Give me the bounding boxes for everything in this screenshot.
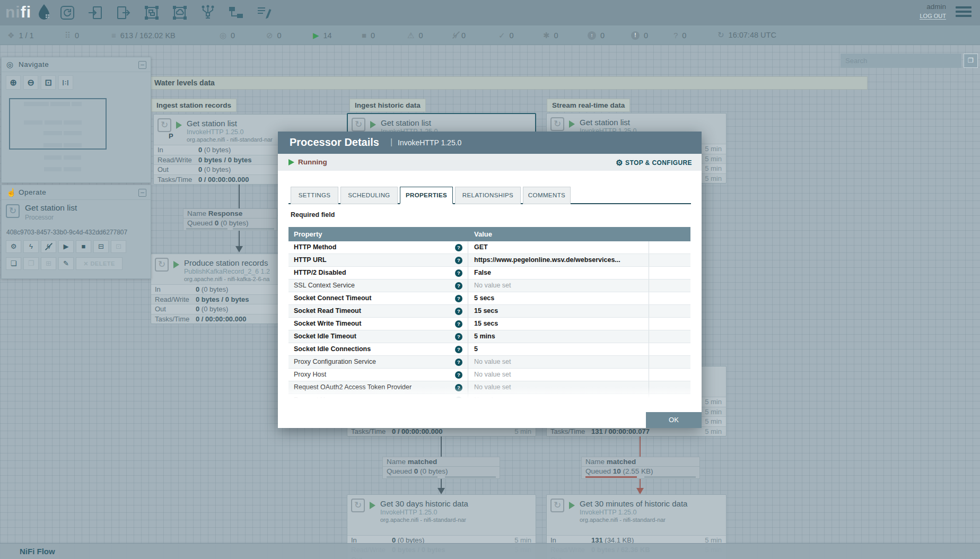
tab-relationships[interactable]: RELATIONSHIPS (455, 187, 521, 204)
configuration-button[interactable]: ⚙ (6, 240, 21, 253)
minimap-block (44, 167, 62, 171)
collapse-navigate-button[interactable]: – (138, 61, 146, 69)
search-settings-icon[interactable]: ❐ (964, 54, 978, 68)
logout-link[interactable]: LOG OUT (920, 13, 946, 20)
property-value-cell[interactable]: GET (468, 241, 649, 254)
minimap-block (43, 143, 62, 147)
property-value-cell[interactable]: https://www.pegelonline.wsv.de/webservic… (468, 254, 649, 266)
label-icon[interactable] (256, 5, 272, 21)
row-action-cell (649, 369, 690, 381)
table-row: HTTP URL?https://www.pegelonline.wsv.de/… (288, 254, 690, 267)
help-icon[interactable]: ? (455, 257, 462, 264)
zoom-out-button[interactable]: ⊖ (23, 75, 38, 90)
help-icon[interactable]: ? (455, 371, 462, 379)
property-value-cell[interactable]: 5 mins (468, 330, 649, 343)
property-value-cell[interactable]: 15 secs (468, 305, 649, 317)
help-icon[interactable]: ? (455, 359, 462, 366)
processor-type-icon: ↻ (155, 258, 169, 272)
stop-button[interactable]: ■ (76, 240, 91, 253)
start-button[interactable]: ▶ (58, 240, 74, 253)
status-count-value: 0 (371, 31, 375, 40)
ok-button[interactable]: OK (646, 412, 702, 428)
tab-settings[interactable]: SETTINGS (291, 187, 338, 204)
tab-scheduling[interactable]: SCHEDULING (340, 187, 398, 204)
table-row: Proxy Configuration Service?No value set (288, 356, 690, 369)
help-icon[interactable]: ? (455, 333, 462, 340)
navigate-panel-title: Navigate (19, 57, 49, 72)
minimap-block (45, 120, 62, 125)
hand-pointer-icon: ☝ (6, 185, 16, 200)
breadcrumb-bar: NiFi Flow (0, 543, 980, 559)
processor-details-dialog: Processor Details | InvokeHTTP 1.25.0 Ru… (278, 132, 702, 428)
output-port-icon[interactable] (116, 5, 132, 21)
disable-button[interactable]: ϟ (41, 240, 56, 253)
unknown-icon: ? (673, 31, 678, 40)
not-transmitting-icon: ⊘ (266, 31, 273, 40)
property-value-cell[interactable]: No value set (468, 369, 649, 381)
paste-button[interactable]: ❐ (23, 257, 39, 270)
backpressure-bars (183, 228, 277, 230)
section-label-ingest-station-records[interactable]: Ingest station records (151, 99, 237, 112)
connection-queued: Queued 0 (0 bytes) (183, 219, 277, 228)
collapse-operate-button[interactable]: – (138, 189, 146, 197)
sync-failure-icon: ! (631, 31, 640, 40)
status-count-value: 0 (461, 31, 466, 40)
create-template-button[interactable]: ⊟ (93, 240, 109, 253)
stat-label: In (155, 285, 161, 294)
processor-name: Produce station records (184, 258, 268, 267)
group-button[interactable]: ⊞ (41, 257, 56, 270)
help-icon[interactable]: ? (455, 269, 462, 277)
help-icon[interactable]: ? (455, 295, 462, 302)
group-label[interactable]: Water levels data (151, 76, 868, 90)
property-value-cell[interactable]: False (468, 267, 649, 279)
running-status-icon (569, 502, 575, 509)
breadcrumb[interactable]: NiFi Flow (20, 547, 55, 556)
property-value-cell[interactable]: 15 secs (468, 318, 649, 330)
status-count-value: 1 / 1 (19, 31, 33, 40)
tab-comments[interactable]: COMMENTS (523, 187, 571, 204)
minimap[interactable] (6, 94, 147, 179)
connection-name: Name Response (183, 209, 277, 219)
connection-label[interactable]: Name matchedQueued 10 (2.55 KB) (581, 457, 700, 479)
help-icon[interactable]: ? (455, 282, 462, 290)
connection-label[interactable]: Name ResponseQueued 0 (0 bytes) (183, 208, 277, 231)
help-icon[interactable]: ? (455, 346, 462, 353)
funnel-icon[interactable] (200, 5, 216, 21)
refresh-icon[interactable]: ↻ (718, 30, 724, 39)
upload-template-button[interactable]: ⊡ (111, 240, 126, 253)
delete-button[interactable]: ✕ DELETE (76, 257, 122, 270)
search-input[interactable] (841, 54, 961, 68)
property-value-cell[interactable]: 5 (468, 343, 649, 355)
process-group-icon[interactable] (144, 5, 160, 21)
section-label-ingest-historic-data[interactable]: Ingest historic data (349, 99, 426, 112)
tab-properties[interactable]: PROPERTIES (400, 187, 453, 204)
section-label-stream-real-time-data[interactable]: Stream real-time data (547, 99, 630, 112)
stop-and-configure-button[interactable]: ⚙STOP & CONFIGURE (616, 158, 692, 168)
property-value-cell[interactable]: No value set (468, 356, 649, 368)
processor-header: ↻Get 30 minutes of historic dataInvokeHT… (547, 495, 726, 526)
enable-button[interactable]: ϟ (23, 240, 39, 253)
zoom-in-button[interactable]: ⊕ (6, 75, 21, 90)
template-icon[interactable] (228, 5, 244, 21)
connection-label[interactable]: Name matchedQueued 0 (0 bytes) (382, 457, 500, 479)
global-menu-icon[interactable] (956, 6, 972, 19)
property-value-cell[interactable]: 5 secs (468, 292, 649, 304)
running-status-icon (173, 261, 179, 268)
remote-process-group-icon[interactable] (172, 5, 188, 21)
help-icon[interactable]: ? (455, 308, 462, 315)
help-icon[interactable]: ? (455, 397, 462, 398)
copy-button[interactable]: ❏ (6, 257, 21, 270)
minimap-block (24, 102, 49, 106)
help-icon[interactable]: ? (455, 320, 462, 328)
help-icon[interactable]: ? (455, 244, 462, 251)
help-icon[interactable]: ? (455, 384, 462, 391)
zoom-fit-button[interactable]: ⊡ (41, 75, 56, 90)
color-button[interactable]: ✎ (58, 257, 74, 270)
properties-table: Property Value HTTP Method?GETHTTP URL?h… (288, 227, 690, 398)
input-port-icon[interactable] (88, 5, 103, 21)
property-value-cell[interactable]: No value set (468, 381, 649, 394)
property-value-cell[interactable]: No value set (468, 394, 649, 398)
property-value-cell[interactable]: No value set (468, 280, 649, 292)
actual-size-button[interactable]: |:| (58, 75, 73, 90)
processor-icon[interactable] (59, 5, 75, 21)
